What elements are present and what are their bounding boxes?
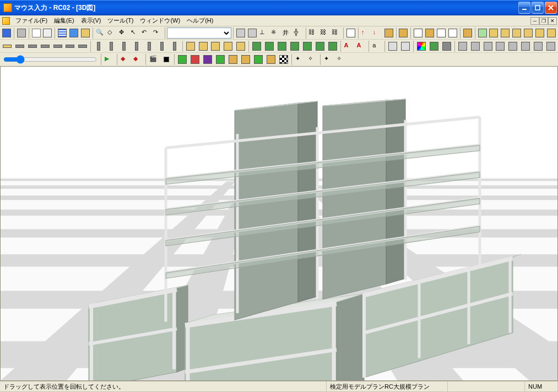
beam-type-3-button[interactable] xyxy=(26,40,39,52)
mdi-close-button[interactable]: ✕ xyxy=(548,17,557,25)
columns-button[interactable] xyxy=(500,27,511,39)
cursor-mode-3-button[interactable]: ✦ xyxy=(322,53,334,66)
option-1-button[interactable] xyxy=(214,53,226,66)
grid-mode-1-button[interactable] xyxy=(57,27,68,39)
layer-color-button[interactable] xyxy=(428,40,440,52)
redo-button[interactable]: ↷ xyxy=(152,27,163,39)
wall-type-1-button[interactable] xyxy=(185,40,197,52)
selection-combo[interactable] xyxy=(167,28,231,39)
properties-button[interactable] xyxy=(42,27,53,39)
print-button[interactable] xyxy=(16,27,27,39)
material-8-button[interactable] xyxy=(545,40,557,52)
option-4-button[interactable] xyxy=(252,53,264,66)
checker-button[interactable] xyxy=(278,53,290,66)
cursor-mode-2-button[interactable]: ✧ xyxy=(306,53,318,66)
zoom-out-button[interactable]: ◇ xyxy=(106,27,117,39)
dimension-button[interactable] xyxy=(247,27,258,39)
zoom-slider[interactable] xyxy=(3,53,97,66)
walls-button[interactable] xyxy=(477,27,488,39)
column-type-5-button[interactable] xyxy=(143,40,155,52)
beam-type-2-button[interactable] xyxy=(14,40,26,52)
print-preview-button[interactable] xyxy=(31,27,42,39)
menu-window[interactable]: ウィンドウ(W) xyxy=(137,15,183,26)
floor-up-button[interactable]: ↑ xyxy=(360,27,371,39)
3d-viewport[interactable] xyxy=(0,67,558,381)
render-button[interactable] xyxy=(441,40,453,52)
slabs-button[interactable] xyxy=(489,27,500,39)
3d-box-button[interactable] xyxy=(80,27,91,39)
material-7-button[interactable] xyxy=(532,40,544,52)
layers-button[interactable] xyxy=(398,27,409,39)
view-side-button[interactable] xyxy=(436,27,447,39)
option-3-button[interactable] xyxy=(240,53,252,66)
maximize-button[interactable] xyxy=(532,2,544,14)
nav-right-button[interactable]: ◆ xyxy=(132,53,144,66)
slab-type-5-button[interactable] xyxy=(301,40,313,52)
material-5-button[interactable] xyxy=(507,40,519,52)
slab-type-6-button[interactable] xyxy=(314,40,326,52)
copy-button[interactable] xyxy=(462,27,473,39)
menu-view[interactable]: 表示(V) xyxy=(78,15,105,26)
nav-left-button[interactable]: ◆ xyxy=(119,53,131,66)
dim-tool-button[interactable] xyxy=(387,40,399,52)
column-type-4-button[interactable] xyxy=(131,40,143,52)
slab-type-7-button[interactable] xyxy=(327,40,339,52)
beam-type-7-button[interactable] xyxy=(77,40,89,52)
wall-type-2-button[interactable] xyxy=(197,40,209,52)
cursor-mode-4-button[interactable]: ✧ xyxy=(335,53,347,66)
column-type-6-button[interactable] xyxy=(156,40,168,52)
clapboard-button[interactable]: 🎬 xyxy=(148,53,160,66)
column-type-1-button[interactable] xyxy=(93,40,105,52)
undo-button[interactable]: ↶ xyxy=(141,27,152,39)
material-6-button[interactable] xyxy=(519,40,532,52)
save-button[interactable] xyxy=(1,27,12,39)
zoom-in-button[interactable]: 🔍 xyxy=(95,27,106,39)
play-button[interactable]: ▶ xyxy=(103,53,115,66)
ortho-button[interactable]: ⊥ xyxy=(258,27,269,39)
window-list-button[interactable] xyxy=(345,27,356,39)
view-iso-button[interactable] xyxy=(447,27,458,39)
view-top-button[interactable] xyxy=(413,27,424,39)
mdi-minimize-button[interactable]: ─ xyxy=(530,17,539,25)
record-red-button[interactable] xyxy=(189,53,201,66)
align-button[interactable]: 井 xyxy=(281,27,292,39)
menu-edit[interactable]: 編集(E) xyxy=(51,15,78,26)
stop-button[interactable] xyxy=(160,53,172,66)
text-a-button[interactable]: A xyxy=(343,40,355,52)
slab-type-1-button[interactable] xyxy=(251,40,263,52)
column-type-3-button[interactable] xyxy=(118,40,130,52)
beams-button[interactable] xyxy=(511,27,522,39)
material-1-button[interactable] xyxy=(457,40,469,52)
floor-down-button[interactable]: ↓ xyxy=(372,27,383,39)
zoom-slider-input[interactable] xyxy=(3,55,97,64)
cursor-mode-1-button[interactable]: ✦ xyxy=(294,53,306,66)
pointer-button[interactable]: ↖ xyxy=(129,27,140,39)
option-5-button[interactable] xyxy=(265,53,277,66)
text-a2-button[interactable]: A xyxy=(355,40,367,52)
slab-type-4-button[interactable] xyxy=(289,40,301,52)
slab-type-2-button[interactable] xyxy=(263,40,275,52)
annotation-button[interactable]: a xyxy=(371,40,383,52)
wall-type-4-button[interactable] xyxy=(222,40,234,52)
menu-tool[interactable]: ツール(T) xyxy=(104,15,137,26)
record-green-button[interactable] xyxy=(176,53,188,66)
material-2-button[interactable] xyxy=(469,40,481,52)
section-button[interactable] xyxy=(383,27,394,39)
menu-help[interactable]: ヘルプ(H) xyxy=(183,15,216,26)
beam-type-4-button[interactable] xyxy=(39,40,51,52)
menu-file[interactable]: ファイル(F) xyxy=(12,15,51,26)
link-1-button[interactable]: ⛓ xyxy=(307,27,318,39)
wall-type-5-button[interactable] xyxy=(235,40,247,52)
link-3-button[interactable]: ⛓ xyxy=(331,27,342,39)
color-palette-button[interactable] xyxy=(415,40,427,52)
close-button[interactable] xyxy=(545,2,557,14)
check-button[interactable] xyxy=(202,53,214,66)
grid-mode-2-button[interactable] xyxy=(68,27,79,39)
link-2-button[interactable]: ⛓ xyxy=(319,27,330,39)
material-4-button[interactable] xyxy=(495,40,507,52)
slab-type-3-button[interactable] xyxy=(276,40,288,52)
grid-toggle-button[interactable]: ╬ xyxy=(293,27,304,39)
wall-type-3-button[interactable] xyxy=(210,40,222,52)
extra-2-button[interactable] xyxy=(534,27,545,39)
extra-3-button[interactable] xyxy=(546,27,557,39)
